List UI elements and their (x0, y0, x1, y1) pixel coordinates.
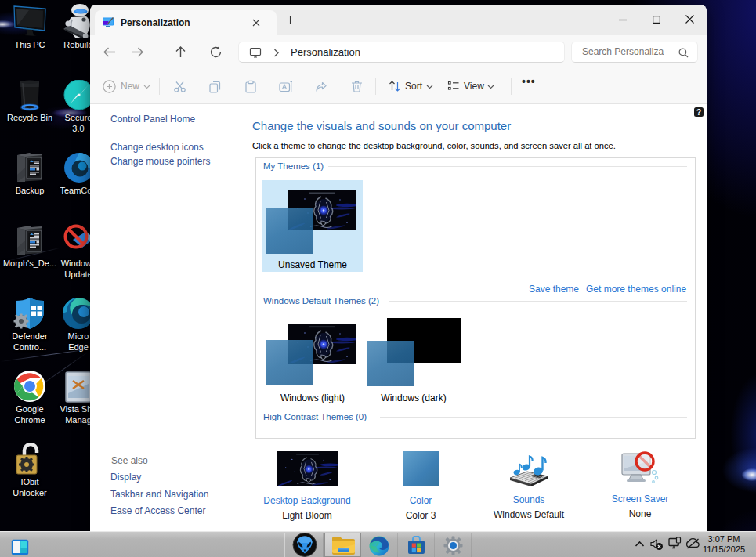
svg-text:?: ? (696, 108, 701, 117)
